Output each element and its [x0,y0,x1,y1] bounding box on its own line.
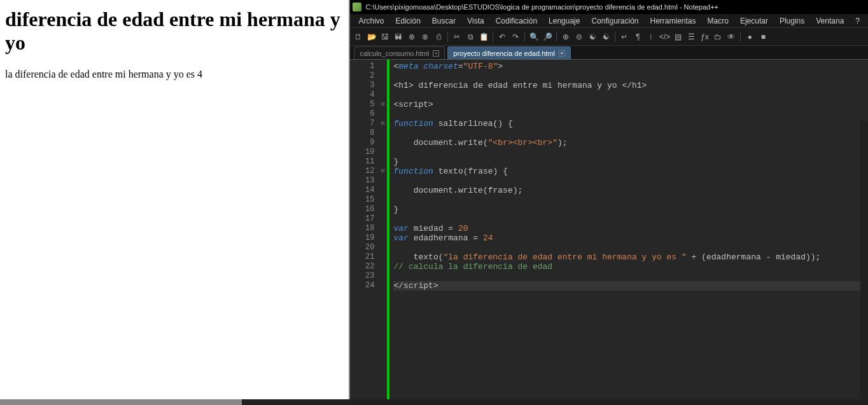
code-line[interactable]: var edadhermana = 24 [393,233,868,243]
fold-marker[interactable] [378,128,387,138]
close-file-icon[interactable]: ⊗ [406,31,417,43]
code-line[interactable]: <h1> diferencia de edad entre mi hermana… [393,81,868,90]
menu-ejecutar[interactable]: Ejecutar [734,15,774,27]
open-file-icon[interactable]: 📂 [366,31,377,43]
wordwrap-icon[interactable]: ↵ [619,31,630,43]
fold-column[interactable]: ⊟⊟⊟ [378,60,387,405]
menu-codificación[interactable]: Codificación [490,15,543,27]
code-line[interactable]: } [393,157,868,167]
code-line[interactable]: } [393,205,868,214]
fold-marker[interactable] [378,224,387,233]
titlebar[interactable]: C:\Users\pixigomoasa\Desktop\ESTUDIOS\lo… [350,0,868,14]
code-area[interactable]: <meta charset="UTF-8"> <h1> diferencia d… [391,60,868,405]
menu-edición[interactable]: Edición [390,15,426,27]
fold-marker[interactable] [378,252,387,262]
doc-map-icon[interactable]: ▤ [672,31,683,43]
indent-guide-icon[interactable]: ⫶ [645,31,657,43]
code-line[interactable]: function saltarlinea() { [393,119,868,128]
stop-macro-icon[interactable]: ■ [757,31,769,43]
menu-ventana[interactable]: Ventana [810,15,850,27]
fold-marker[interactable] [378,62,387,71]
zoom-in-icon[interactable]: ⊕ [560,31,571,43]
code-line[interactable] [393,271,868,281]
fold-marker[interactable] [378,205,387,214]
fold-marker[interactable]: ⊟ [378,167,387,176]
menu-macro[interactable]: Macro [702,15,734,27]
fold-marker[interactable] [378,176,387,186]
fold-marker[interactable] [378,109,387,119]
fold-marker[interactable] [378,148,387,157]
fold-marker[interactable]: ⊟ [378,100,387,109]
code-line[interactable] [393,71,868,81]
code-line[interactable]: function texto(frase) { [393,167,868,176]
find-icon[interactable]: 🔍 [528,31,540,43]
menu-archivo[interactable]: Archivo [353,15,389,27]
vertical-scrollbar[interactable] [860,121,868,399]
code-line[interactable]: <script> [393,100,868,109]
fold-marker[interactable] [378,186,387,195]
code-line[interactable] [393,109,868,119]
menu-herramientas[interactable]: Herramientas [645,15,702,27]
undo-icon[interactable]: ↶ [496,31,508,43]
code-line[interactable] [393,148,868,157]
fold-marker[interactable] [378,243,387,252]
fold-marker[interactable] [378,214,387,224]
code-line[interactable]: </script> [393,281,868,291]
code-line[interactable] [393,243,868,252]
fold-marker[interactable] [378,157,387,167]
tab-1[interactable]: proyecto diferencia de edad.html× [447,46,571,59]
close-all-icon[interactable]: ⊗ [419,31,431,43]
code-line[interactable] [393,214,868,224]
menu-configuración[interactable]: Configuración [585,15,644,27]
browser-horizontal-scrollbar[interactable] [0,399,404,405]
paste-icon[interactable]: 📋 [478,31,489,43]
sync-v-icon[interactable]: ☯ [587,31,598,43]
code-line[interactable]: document.write(frase); [393,186,868,195]
code-editor[interactable]: 123456789101112131415161718192021222324 … [350,60,868,405]
redo-icon[interactable]: ↷ [510,31,521,43]
menu-buscar[interactable]: Buscar [426,15,461,27]
code-line[interactable]: <meta charset="UTF-8"> [393,62,868,71]
editor-horizontal-scrollbar[interactable] [403,399,868,405]
menu-plugins[interactable]: Plugins [774,15,810,27]
monitor-icon[interactable]: 👁 [725,31,737,43]
code-line[interactable]: // calcula la diferencia de edad [393,262,868,271]
code-line[interactable] [393,90,868,100]
code-line[interactable]: var miedad = 20 [393,224,868,233]
print-icon[interactable]: ⎙ [433,31,444,43]
show-all-chars-icon[interactable]: ¶ [632,31,643,43]
fold-marker[interactable] [378,195,387,205]
fold-marker[interactable]: ⊟ [378,119,387,128]
tab-0[interactable]: calculo_consumo.html× [354,46,445,59]
folder-panel-icon[interactable]: 🗀 [712,31,724,43]
fold-marker[interactable] [378,71,387,81]
fold-marker[interactable] [378,233,387,243]
save-all-icon[interactable]: 🖬 [393,31,404,43]
code-line[interactable] [393,176,868,186]
code-line[interactable]: document.write("<br><br><br>"); [393,138,868,148]
copy-icon[interactable]: ⧉ [465,31,476,43]
fold-marker[interactable] [378,81,387,90]
fold-marker[interactable] [378,138,387,148]
lang-icon[interactable]: </> [659,31,670,43]
zoom-out-icon[interactable]: ⊖ [573,31,585,43]
new-file-icon[interactable]: 🗋 [353,31,364,43]
replace-icon[interactable]: 🔎 [542,31,553,43]
tab-close-icon[interactable]: × [433,50,439,57]
tab-close-icon[interactable]: × [559,50,565,57]
sync-h-icon[interactable]: ☯ [600,31,612,43]
code-line[interactable]: texto("la diferencia de edad entre mi he… [393,252,868,262]
fold-marker[interactable] [378,262,387,271]
function-list-icon[interactable]: ƒx [699,31,710,43]
record-macro-icon[interactable]: ● [744,31,755,43]
code-line[interactable] [393,128,868,138]
doc-list-icon[interactable]: ☰ [685,31,697,43]
fold-marker[interactable] [378,271,387,281]
menu-vista[interactable]: Vista [461,15,489,27]
code-line[interactable] [393,195,868,205]
save-icon[interactable]: 🖫 [379,31,391,43]
cut-icon[interactable]: ✂ [451,31,463,43]
menu-?[interactable]: ? [850,15,865,27]
fold-marker[interactable] [378,281,387,291]
menu-lenguaje[interactable]: Lenguaje [543,15,585,27]
